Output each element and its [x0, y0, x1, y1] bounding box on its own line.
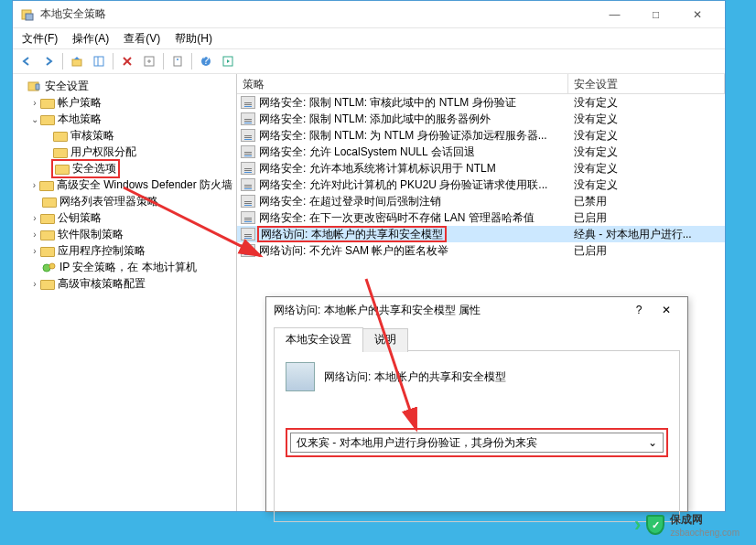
svg-rect-8 — [174, 57, 181, 66]
policy-icon — [241, 211, 255, 224]
tree-pubkey[interactable]: ›公钥策略 — [16, 209, 232, 226]
column-policy[interactable]: 策略 — [237, 74, 568, 93]
column-setting[interactable]: 安全设置 — [568, 74, 725, 93]
chevron-right-icon: › — [29, 98, 40, 108]
policy-name: 网络安全: 在超过登录时间后强制注销 — [259, 194, 441, 209]
minimize-button[interactable]: — — [594, 2, 635, 27]
policy-name: 网络安全: 允许本地系统将计算机标识用于 NTLM — [259, 161, 496, 176]
policy-name: 网络安全: 限制 NTLM: 为 NTLM 身份验证添加远程服务器... — [259, 128, 547, 144]
menubar: 文件(F) 操作(A) 查看(V) 帮助(H) — [13, 28, 725, 48]
tree-defender[interactable]: ›高级安全 Windows Defender 防火墙 — [16, 176, 232, 193]
security-icon — [27, 80, 42, 92]
chevron-right-icon: › — [29, 180, 39, 190]
policy-icon — [241, 162, 255, 175]
menu-action[interactable]: 操作(A) — [67, 29, 114, 48]
back-button[interactable] — [16, 51, 37, 71]
dialog-title: 网络访问: 本地帐户的共享和安全模型 属性 — [274, 303, 625, 318]
maximize-button[interactable]: □ — [635, 2, 676, 27]
policy-value: 已启用 — [568, 210, 725, 226]
tree-panel[interactable]: 安全设置 ›帐户策略 ⌄本地策略 审核策略 用户权限分配 安全选项 ›高级安全 … — [13, 74, 237, 511]
up-button[interactable] — [67, 51, 87, 71]
tree-network[interactable]: 网络列表管理器策略 — [16, 193, 232, 209]
policy-icon — [241, 244, 255, 257]
menu-help[interactable]: 帮助(H) — [169, 29, 218, 48]
policy-row[interactable]: 网络访问: 本地帐户的共享和安全模型经典 - 对本地用户进行... — [237, 226, 725, 242]
svg-rect-1 — [26, 14, 33, 20]
delete-button[interactable] — [117, 51, 137, 71]
policy-name: 网络访问: 本地帐户的共享和安全模型 — [257, 226, 447, 242]
sharing-model-combo[interactable]: 仅来宾 - 对本地用户进行身份验证，其身份为来宾 ⌄ — [290, 433, 664, 453]
folder-icon — [40, 280, 55, 290]
show-hide-button[interactable] — [89, 51, 109, 71]
tree-rights[interactable]: 用户权限分配 — [16, 144, 232, 160]
brand-text: 保成网 — [670, 512, 740, 528]
tree-ipsec[interactable]: IP 安全策略，在 本地计算机 — [16, 259, 232, 275]
list-header: 策略 安全设置 — [237, 74, 725, 94]
chevron-down-icon: ⌄ — [648, 436, 657, 449]
close-button[interactable]: ✕ — [676, 2, 718, 27]
dialog-close-button[interactable]: ✕ — [653, 304, 680, 316]
policy-row[interactable]: 网络安全: 限制 NTLM: 审核此域中的 NTLM 身份验证没有定义 — [237, 94, 725, 111]
policy-row[interactable]: 网络安全: 限制 NTLM: 添加此域中的服务器例外没有定义 — [237, 111, 725, 127]
policy-icon — [241, 195, 255, 208]
dialog-titlebar: 网络访问: 本地帐户的共享和安全模型 属性 ? ✕ — [266, 297, 687, 323]
policy-icon — [241, 178, 255, 191]
folder-icon — [40, 99, 55, 109]
chevron-icon: › — [634, 513, 641, 537]
folder-icon — [42, 198, 57, 208]
property-label: 网络访问: 本地帐户的共享和安全模型 — [324, 369, 506, 385]
properties-button[interactable] — [167, 51, 188, 71]
policy-row[interactable]: 网络安全: 允许 LocalSystem NULL 会话回退没有定义 — [237, 144, 725, 160]
svg-rect-3 — [94, 57, 103, 66]
policy-value: 没有定义 — [568, 144, 725, 160]
dialog-help-button[interactable]: ? — [625, 304, 653, 316]
policy-name: 网络安全: 允许 LocalSystem NULL 会话回退 — [259, 144, 475, 160]
refresh-button[interactable] — [218, 51, 238, 71]
svg-text:?: ? — [203, 55, 210, 67]
tab-local-security[interactable]: 本地安全设置 — [274, 327, 363, 351]
policy-icon — [241, 145, 255, 158]
policy-value: 已启用 — [568, 243, 725, 259]
tree-security-options[interactable]: 安全选项 — [16, 160, 232, 176]
policy-row[interactable]: 网络安全: 允许对此计算机的 PKU2U 身份验证请求使用联...没有定义 — [237, 176, 725, 193]
tab-strip: 本地安全设置 说明 — [266, 323, 687, 350]
policy-value: 已禁用 — [568, 194, 725, 209]
chevron-right-icon: › — [29, 230, 40, 240]
policy-icon — [241, 96, 255, 109]
policy-row[interactable]: 网络安全: 在超过登录时间后强制注销已禁用 — [237, 193, 725, 209]
tree-local[interactable]: ⌄本地策略 — [16, 111, 232, 127]
tree-advaudit[interactable]: ›高级审核策略配置 — [16, 275, 232, 292]
policy-name: 网络安全: 在下一次更改密码时不存储 LAN 管理器哈希值 — [259, 210, 535, 226]
tree-software[interactable]: ›软件限制策略 — [16, 226, 232, 242]
chevron-right-icon: › — [29, 246, 40, 256]
tree-accounts[interactable]: ›帐户策略 — [16, 94, 232, 111]
folder-icon — [40, 247, 55, 257]
forward-button[interactable] — [38, 51, 59, 71]
policy-row[interactable]: 网络安全: 限制 NTLM: 为 NTLM 身份验证添加远程服务器...没有定义 — [237, 127, 725, 144]
server-icon — [286, 362, 315, 391]
folder-icon — [40, 115, 55, 125]
tab-panel: 网络访问: 本地帐户的共享和安全模型 仅来宾 - 对本地用户进行身份验证，其身份… — [274, 350, 680, 522]
policy-name: 网络安全: 限制 NTLM: 添加此域中的服务器例外 — [259, 112, 491, 127]
policy-row[interactable]: 网络访问: 不允许 SAM 帐户的匿名枚举已启用 — [237, 242, 725, 259]
policy-value: 没有定义 — [568, 95, 725, 111]
separator — [113, 53, 113, 69]
property-header: 网络访问: 本地帐户的共享和安全模型 — [286, 362, 668, 391]
tree-audit[interactable]: 审核策略 — [16, 127, 232, 144]
folder-icon — [40, 230, 55, 240]
export-button[interactable] — [139, 51, 159, 71]
policy-row[interactable]: 网络安全: 允许本地系统将计算机标识用于 NTLM没有定义 — [237, 160, 725, 176]
chevron-down-icon: ⌄ — [29, 114, 40, 124]
separator — [163, 53, 164, 69]
policy-row[interactable]: 网络安全: 在下一次更改密码时不存储 LAN 管理器哈希值已启用 — [237, 209, 725, 226]
tab-explain[interactable]: 说明 — [362, 328, 408, 352]
help-button[interactable]: ? — [196, 51, 216, 71]
menu-file[interactable]: 文件(F) — [16, 29, 63, 48]
ipsec-icon — [42, 261, 57, 273]
menu-view[interactable]: 查看(V) — [118, 29, 166, 48]
policy-icon — [241, 112, 255, 125]
tree-root[interactable]: 安全设置 — [16, 78, 232, 94]
tree-appctrl[interactable]: ›应用程序控制策略 — [16, 242, 232, 259]
policy-icon — [241, 129, 255, 142]
app-icon — [20, 7, 35, 22]
